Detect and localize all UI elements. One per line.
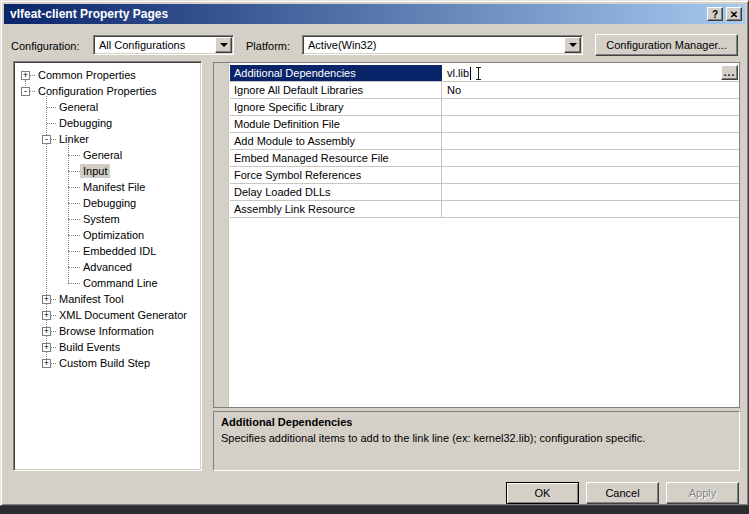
property-name-cell[interactable]: Ignore Specific Library — [230, 99, 442, 115]
browse-button[interactable]: ... — [721, 65, 738, 80]
expand-plus-icon[interactable]: + — [42, 311, 51, 320]
property-value-cell[interactable]: No — [442, 82, 739, 98]
property-name-cell[interactable]: Module Definition File — [230, 116, 442, 132]
tree-item-label[interactable]: Configuration Properties — [35, 84, 160, 98]
property-value-cell[interactable] — [442, 99, 739, 115]
tree-rows: +Common Properties -Configuration Proper… — [14, 67, 199, 371]
additional-dependencies-editor[interactable]: vl.lib ... — [442, 65, 739, 81]
property-name-cell-selected[interactable]: Additional Dependencies — [230, 65, 442, 81]
tree-item-label[interactable]: Custom Build Step — [56, 356, 153, 370]
property-row-ignore-specific-library[interactable]: Ignore Specific Library — [230, 99, 739, 116]
property-name-cell[interactable]: Delay Loaded DLLs — [230, 184, 442, 200]
property-row-embed-managed-resource-file[interactable]: Embed Managed Resource File — [230, 150, 739, 167]
property-value-cell[interactable] — [442, 184, 739, 200]
tree-item-browse-information[interactable]: +Browse Information — [14, 323, 199, 339]
property-grid-margin — [214, 63, 229, 407]
tree-item-xml-document-generator[interactable]: +XML Document Generator — [14, 307, 199, 323]
tree-item-system[interactable]: System — [14, 211, 199, 227]
tree-item-build-events[interactable]: +Build Events — [14, 339, 199, 355]
tree-item-manifest-tool[interactable]: +Manifest Tool — [14, 291, 199, 307]
property-name-cell[interactable]: Add Module to Assembly — [230, 133, 442, 149]
close-icon: ✕ — [730, 9, 738, 20]
property-name-cell[interactable]: Assembly Link Resource — [230, 201, 442, 217]
platform-dropdown-value: Active(Win32) — [308, 39, 376, 51]
configuration-dropdown-button[interactable] — [215, 37, 232, 53]
tree-item-linker[interactable]: -Linker — [14, 131, 199, 147]
apply-button: Apply — [666, 482, 739, 504]
tree-item-label[interactable]: XML Document Generator — [56, 308, 190, 322]
description-title: Additional Dependencies — [221, 416, 732, 428]
expand-plus-icon[interactable]: + — [42, 359, 51, 368]
property-value-cell[interactable] — [442, 150, 739, 166]
property-name-cell[interactable]: Ignore All Default Libraries — [230, 82, 442, 98]
property-row-force-symbol-references[interactable]: Force Symbol References — [230, 167, 739, 184]
tree-item-label[interactable]: Advanced — [80, 260, 135, 274]
expand-plus-icon[interactable]: + — [42, 343, 51, 352]
tree-item-debugging[interactable]: Debugging — [14, 115, 199, 131]
platform-label: Platform: — [246, 40, 290, 52]
property-name-cell[interactable]: Force Symbol References — [230, 167, 442, 183]
tree-item-label[interactable]: Optimization — [80, 228, 147, 242]
configuration-label: Configuration: — [11, 40, 80, 52]
tree-item-general[interactable]: General — [14, 99, 199, 115]
tree-item-label[interactable]: Linker — [56, 132, 92, 146]
tree-item-linker-general[interactable]: General — [14, 147, 199, 163]
titlebar[interactable]: vlfeat-client Property Pages ? ✕ — [4, 4, 745, 24]
configuration-manager-button[interactable]: Configuration Manager... — [595, 34, 738, 56]
tree-item-label[interactable]: General — [80, 148, 125, 162]
tree-item-label[interactable]: System — [80, 212, 123, 226]
help-button[interactable]: ? — [707, 7, 723, 21]
expand-plus-icon[interactable]: + — [21, 71, 30, 80]
close-button[interactable]: ✕ — [726, 7, 742, 21]
tree-item-linker-input[interactable]: Input — [14, 163, 199, 179]
property-row-delay-loaded-dlls[interactable]: Delay Loaded DLLs — [230, 184, 739, 201]
tree-item-linker-debugging[interactable]: Debugging — [14, 195, 199, 211]
property-value-cell[interactable] — [442, 167, 739, 183]
property-row-additional-dependencies[interactable]: Additional Dependencies vl.lib ... — [230, 65, 739, 82]
tree-item-configuration-properties[interactable]: -Configuration Properties — [14, 83, 199, 99]
tree-item-label[interactable]: Build Events — [56, 340, 123, 354]
help-icon: ? — [712, 9, 718, 20]
property-row-assembly-link-resource[interactable]: Assembly Link Resource — [230, 201, 739, 218]
expand-plus-icon[interactable]: + — [42, 295, 51, 304]
collapse-minus-icon[interactable]: - — [42, 135, 51, 144]
property-row-ignore-all-default-libraries[interactable]: Ignore All Default Libraries No — [230, 82, 739, 99]
property-row-add-module-to-assembly[interactable]: Add Module to Assembly — [230, 133, 739, 150]
property-name-cell[interactable]: Embed Managed Resource File — [230, 150, 442, 166]
property-tree[interactable]: +Common Properties -Configuration Proper… — [13, 61, 202, 471]
configuration-dropdown[interactable]: All Configurations — [93, 35, 234, 55]
tree-item-label[interactable]: Manifest File — [80, 180, 148, 194]
tree-item-label[interactable]: Browse Information — [56, 324, 157, 338]
ibeam-cursor-icon — [475, 67, 482, 80]
tree-item-optimization[interactable]: Optimization — [14, 227, 199, 243]
cancel-button[interactable]: Cancel — [586, 482, 659, 504]
tree-item-common-properties[interactable]: +Common Properties — [14, 67, 199, 83]
tree-item-label-selected[interactable]: Input — [80, 164, 110, 178]
platform-dropdown-button[interactable] — [564, 37, 581, 53]
property-value-cell[interactable] — [442, 133, 739, 149]
tree-item-embedded-idl[interactable]: Embedded IDL — [14, 243, 199, 259]
platform-dropdown[interactable]: Active(Win32) — [302, 35, 583, 55]
tree-item-label[interactable]: Debugging — [80, 196, 139, 210]
tree-item-label[interactable]: Command Line — [80, 276, 161, 290]
tree-item-label[interactable]: Debugging — [56, 116, 115, 130]
tree-item-command-line[interactable]: Command Line — [14, 275, 199, 291]
property-value-cell[interactable] — [442, 116, 739, 132]
property-grid: Additional Dependencies vl.lib ... Ignor… — [213, 62, 740, 408]
property-value-cell[interactable] — [442, 201, 739, 217]
property-row-module-definition-file[interactable]: Module Definition File — [230, 116, 739, 133]
tree-item-advanced[interactable]: Advanced — [14, 259, 199, 275]
property-grid-rows: Additional Dependencies vl.lib ... Ignor… — [230, 65, 739, 218]
tree-item-label[interactable]: Embedded IDL — [80, 244, 159, 258]
tree-item-label[interactable]: Manifest Tool — [56, 292, 127, 306]
dialog-title: vlfeat-client Property Pages — [10, 7, 168, 21]
background-edge — [0, 506, 749, 514]
expand-plus-icon[interactable]: + — [42, 327, 51, 336]
tree-item-custom-build-step[interactable]: +Custom Build Step — [14, 355, 199, 371]
tree-item-label[interactable]: General — [56, 100, 101, 114]
tree-item-manifest-file[interactable]: Manifest File — [14, 179, 199, 195]
collapse-minus-icon[interactable]: - — [21, 87, 30, 96]
tree-item-label[interactable]: Common Properties — [35, 68, 139, 82]
chevron-down-icon — [220, 43, 228, 47]
ok-button[interactable]: OK — [506, 482, 579, 504]
